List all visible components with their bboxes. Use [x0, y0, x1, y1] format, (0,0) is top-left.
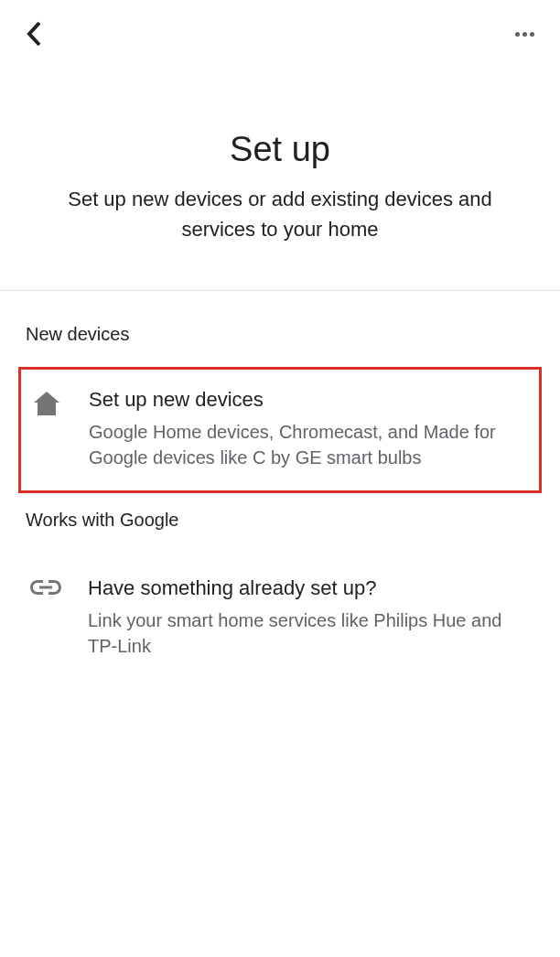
- setup-new-devices-option[interactable]: Set up new devices Google Home devices, …: [18, 367, 542, 493]
- page-title: Set up: [37, 130, 523, 169]
- app-header: [0, 0, 560, 57]
- setup-new-devices-title: Set up new devices: [89, 388, 524, 412]
- option-text: Have something already set up? Link your…: [88, 576, 523, 659]
- option-text: Set up new devices Google Home devices, …: [89, 388, 524, 470]
- title-section: Set up Set up new devices or add existin…: [0, 57, 560, 290]
- more-icon: [515, 32, 520, 37]
- more-options-button[interactable]: [515, 32, 534, 37]
- page-subtitle: Set up new devices or add existing devic…: [37, 184, 523, 244]
- content-area: New devices Set up new devices Google Ho…: [0, 291, 560, 679]
- back-button[interactable]: [26, 20, 42, 48]
- chevron-left-icon: [26, 20, 42, 48]
- home-icon: [30, 388, 63, 415]
- setup-new-devices-description: Google Home devices, Chromecast, and Mad…: [89, 419, 524, 470]
- link-services-title: Have something already set up?: [88, 576, 523, 600]
- more-icon: [522, 32, 527, 37]
- section-label-new-devices: New devices: [26, 324, 534, 345]
- section-label-works-with-google: Works with Google: [26, 510, 534, 531]
- link-services-option[interactable]: Have something already set up? Link your…: [26, 558, 534, 679]
- link-icon: [29, 576, 62, 595]
- more-icon: [530, 32, 534, 37]
- link-services-description: Link your smart home services like Phili…: [88, 608, 523, 659]
